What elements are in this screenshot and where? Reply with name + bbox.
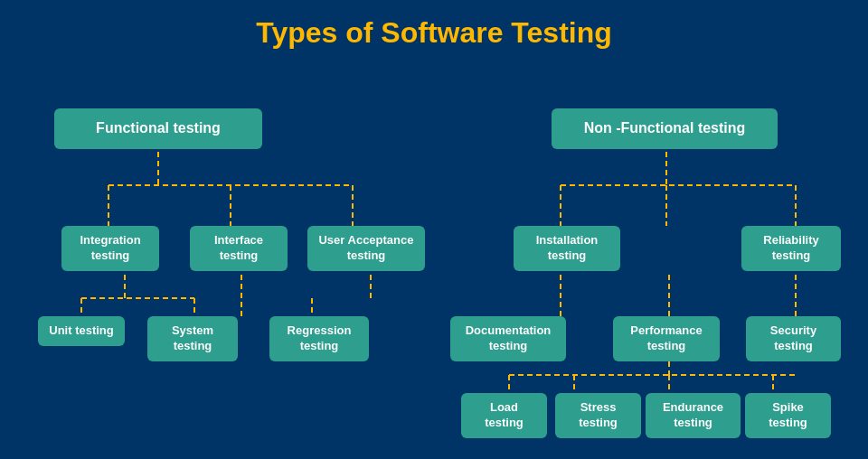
user-acceptance-testing-node: User Acceptance testing (307, 226, 425, 271)
functional-testing-node: Functional testing (54, 108, 262, 149)
stress-testing-node: Stress testing (555, 393, 641, 438)
security-testing-node: Security testing (746, 316, 841, 361)
reliability-testing-node: Reliability testing (741, 226, 841, 271)
system-testing-node: System testing (147, 316, 238, 361)
spike-testing-node: Spike testing (745, 393, 831, 438)
interface-testing-node: Interface testing (190, 226, 288, 271)
load-testing-node: Load testing (461, 393, 547, 438)
non-functional-testing-node: Non -Functional testing (552, 108, 778, 149)
integration-testing-node: Integration testing (61, 226, 159, 271)
page-title: Types of Software Testing (0, 0, 868, 59)
documentation-testing-node: Documentation testing (450, 316, 566, 361)
unit-testing-node: Unit testing (38, 316, 125, 346)
performance-testing-node: Performance testing (613, 316, 720, 361)
installation-testing-node: Installation testing (514, 226, 620, 271)
endurance-testing-node: Endurance testing (646, 393, 741, 438)
regression-testing-node: Regression testing (269, 316, 369, 361)
